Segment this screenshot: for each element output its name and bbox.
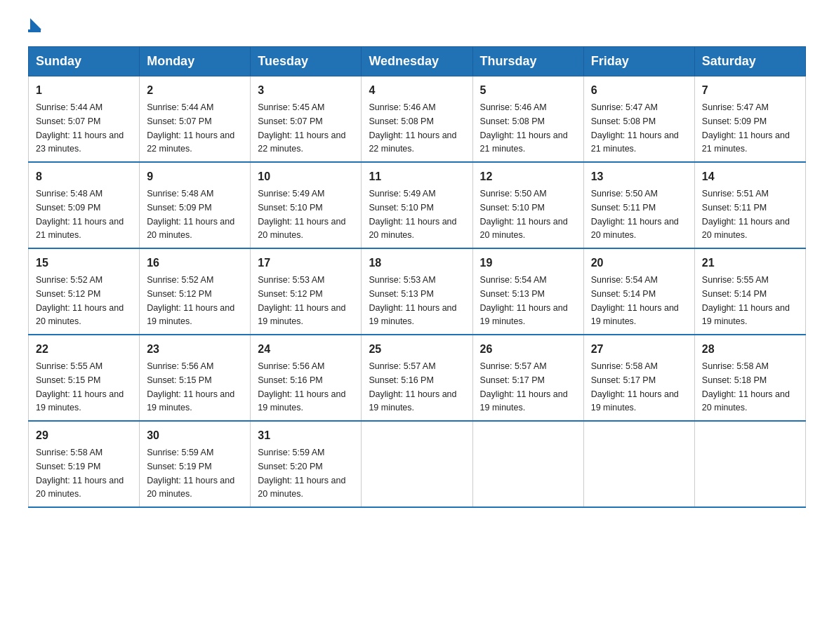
day-sunrise: Sunrise: 5:44 AM	[36, 102, 102, 112]
day-number: 26	[480, 341, 576, 358]
day-sunrise: Sunrise: 5:46 AM	[480, 102, 547, 112]
day-sunrise: Sunrise: 5:48 AM	[147, 189, 213, 199]
calendar-cell: 12 Sunrise: 5:50 AM Sunset: 5:10 PM Dayl…	[472, 162, 583, 248]
calendar-cell: 13 Sunrise: 5:50 AM Sunset: 5:11 PM Dayl…	[583, 162, 694, 248]
calendar-cell: 27 Sunrise: 5:58 AM Sunset: 5:17 PM Dayl…	[583, 335, 694, 421]
calendar-cell: 29 Sunrise: 5:58 AM Sunset: 5:19 PM Dayl…	[29, 421, 140, 507]
calendar-table: SundayMondayTuesdayWednesdayThursdayFrid…	[28, 46, 806, 508]
day-number: 4	[369, 82, 465, 99]
day-daylight: Daylight: 11 hours and 20 minutes.	[147, 217, 234, 241]
calendar-cell: 2 Sunrise: 5:44 AM Sunset: 5:07 PM Dayli…	[140, 76, 251, 163]
day-daylight: Daylight: 11 hours and 20 minutes.	[258, 476, 345, 499]
calendar-cell: 6 Sunrise: 5:47 AM Sunset: 5:08 PM Dayli…	[583, 76, 694, 163]
day-sunset: Sunset: 5:07 PM	[147, 116, 211, 126]
day-number: 30	[147, 427, 243, 444]
day-daylight: Daylight: 11 hours and 19 minutes.	[369, 303, 456, 327]
day-daylight: Daylight: 11 hours and 20 minutes.	[147, 476, 234, 499]
day-sunset: Sunset: 5:12 PM	[147, 289, 211, 299]
day-sunset: Sunset: 5:11 PM	[591, 203, 656, 213]
calendar-cell: 30 Sunrise: 5:59 AM Sunset: 5:19 PM Dayl…	[140, 421, 251, 507]
day-number: 7	[702, 82, 798, 99]
day-daylight: Daylight: 11 hours and 21 minutes.	[591, 130, 679, 154]
day-sunset: Sunset: 5:08 PM	[369, 116, 433, 126]
day-daylight: Daylight: 11 hours and 20 minutes.	[36, 303, 124, 327]
week-row-2: 8 Sunrise: 5:48 AM Sunset: 5:09 PM Dayli…	[29, 162, 806, 248]
day-sunset: Sunset: 5:18 PM	[702, 375, 767, 385]
day-daylight: Daylight: 11 hours and 19 minutes.	[369, 389, 456, 413]
week-row-4: 22 Sunrise: 5:55 AM Sunset: 5:15 PM Dayl…	[29, 335, 806, 421]
day-daylight: Daylight: 11 hours and 21 minutes.	[702, 130, 790, 154]
page-header	[28, 21, 806, 32]
day-sunrise: Sunrise: 5:52 AM	[147, 275, 213, 285]
day-number: 2	[147, 82, 243, 99]
day-sunrise: Sunrise: 5:53 AM	[258, 275, 324, 285]
day-number: 25	[369, 341, 465, 358]
day-number: 9	[147, 168, 243, 185]
day-sunrise: Sunrise: 5:56 AM	[147, 361, 213, 371]
day-daylight: Daylight: 11 hours and 20 minutes.	[480, 217, 568, 241]
day-daylight: Daylight: 11 hours and 20 minutes.	[258, 217, 345, 241]
header-sunday: Sunday	[29, 47, 140, 76]
day-sunrise: Sunrise: 5:49 AM	[258, 189, 324, 199]
calendar-cell: 14 Sunrise: 5:51 AM Sunset: 5:11 PM Dayl…	[694, 162, 805, 248]
day-number: 20	[591, 255, 687, 271]
day-sunset: Sunset: 5:13 PM	[480, 289, 545, 299]
day-number: 19	[480, 255, 576, 271]
day-daylight: Daylight: 11 hours and 19 minutes.	[480, 303, 568, 327]
day-number: 6	[591, 82, 687, 99]
day-number: 22	[36, 341, 132, 358]
calendar-cell: 21 Sunrise: 5:55 AM Sunset: 5:14 PM Dayl…	[694, 248, 805, 335]
day-number: 17	[258, 255, 354, 271]
day-number: 3	[258, 82, 354, 99]
day-number: 18	[369, 255, 465, 271]
header-tuesday: Tuesday	[251, 47, 362, 76]
day-sunrise: Sunrise: 5:59 AM	[147, 448, 213, 457]
day-sunset: Sunset: 5:14 PM	[591, 289, 656, 299]
day-daylight: Daylight: 11 hours and 19 minutes.	[480, 389, 568, 413]
day-sunrise: Sunrise: 5:56 AM	[258, 361, 324, 371]
calendar-cell: 19 Sunrise: 5:54 AM Sunset: 5:13 PM Dayl…	[472, 248, 583, 335]
day-daylight: Daylight: 11 hours and 19 minutes.	[591, 389, 679, 413]
day-sunrise: Sunrise: 5:52 AM	[36, 275, 102, 285]
day-daylight: Daylight: 11 hours and 19 minutes.	[258, 303, 345, 327]
day-daylight: Daylight: 11 hours and 21 minutes.	[36, 217, 124, 241]
day-sunset: Sunset: 5:17 PM	[591, 375, 656, 385]
day-daylight: Daylight: 11 hours and 20 minutes.	[702, 389, 790, 413]
day-sunrise: Sunrise: 5:59 AM	[258, 448, 324, 457]
day-sunset: Sunset: 5:12 PM	[258, 289, 322, 299]
calendar-cell: 26 Sunrise: 5:57 AM Sunset: 5:17 PM Dayl…	[472, 335, 583, 421]
day-daylight: Daylight: 11 hours and 20 minutes.	[702, 217, 790, 241]
day-number: 28	[702, 341, 798, 358]
calendar-cell: 11 Sunrise: 5:49 AM Sunset: 5:10 PM Dayl…	[362, 162, 472, 248]
calendar-cell: 4 Sunrise: 5:46 AM Sunset: 5:08 PM Dayli…	[362, 76, 472, 163]
day-sunset: Sunset: 5:13 PM	[369, 289, 433, 299]
day-sunrise: Sunrise: 5:47 AM	[591, 102, 658, 112]
logo-triangle-icon	[30, 18, 41, 29]
day-sunset: Sunset: 5:10 PM	[369, 203, 433, 213]
day-number: 11	[369, 168, 465, 185]
header-saturday: Saturday	[694, 47, 805, 76]
day-number: 1	[36, 82, 132, 99]
calendar-cell: 1 Sunrise: 5:44 AM Sunset: 5:07 PM Dayli…	[29, 76, 140, 163]
day-sunset: Sunset: 5:17 PM	[480, 375, 545, 385]
day-number: 29	[36, 427, 132, 444]
day-sunset: Sunset: 5:09 PM	[147, 203, 211, 213]
header-monday: Monday	[140, 47, 251, 76]
day-number: 21	[702, 255, 798, 271]
day-sunrise: Sunrise: 5:49 AM	[369, 189, 435, 199]
calendar-cell: 8 Sunrise: 5:48 AM Sunset: 5:09 PM Dayli…	[29, 162, 140, 248]
day-number: 5	[480, 82, 576, 99]
week-row-3: 15 Sunrise: 5:52 AM Sunset: 5:12 PM Dayl…	[29, 248, 806, 335]
day-sunrise: Sunrise: 5:44 AM	[147, 102, 213, 112]
calendar-cell	[583, 421, 694, 507]
calendar-cell: 23 Sunrise: 5:56 AM Sunset: 5:15 PM Dayl…	[140, 335, 251, 421]
day-sunrise: Sunrise: 5:51 AM	[702, 189, 769, 199]
day-sunrise: Sunrise: 5:58 AM	[591, 361, 658, 371]
calendar-cell	[472, 421, 583, 507]
calendar-cell: 9 Sunrise: 5:48 AM Sunset: 5:09 PM Dayli…	[140, 162, 251, 248]
calendar-cell: 22 Sunrise: 5:55 AM Sunset: 5:15 PM Dayl…	[29, 335, 140, 421]
day-sunset: Sunset: 5:12 PM	[36, 289, 100, 299]
calendar-cell: 7 Sunrise: 5:47 AM Sunset: 5:09 PM Dayli…	[694, 76, 805, 163]
day-sunset: Sunset: 5:14 PM	[702, 289, 767, 299]
day-daylight: Daylight: 11 hours and 19 minutes.	[36, 389, 124, 413]
